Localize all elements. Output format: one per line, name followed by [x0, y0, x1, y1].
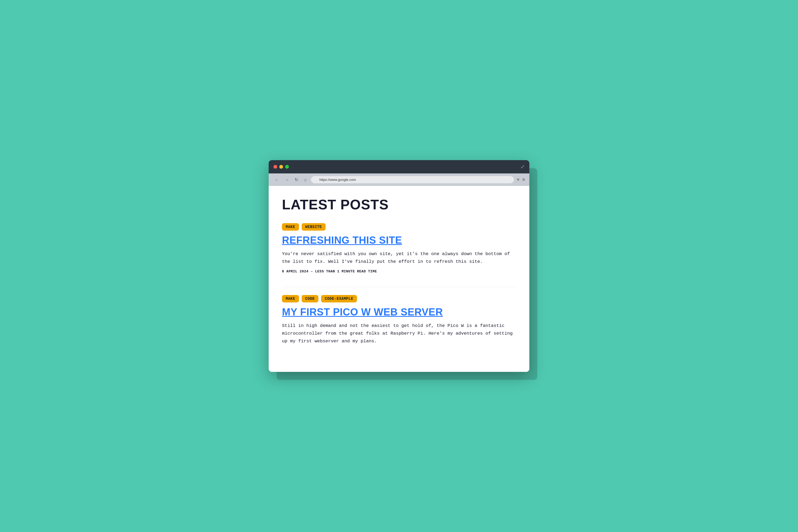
post-1-tags: MAKE WEBSITE [282, 223, 516, 231]
window-controls [273, 165, 289, 169]
address-wrapper: 🔍 [311, 176, 514, 183]
heart-icon[interactable]: ♥ [517, 177, 519, 183]
post-2-excerpt: Still in high demand and not the easiest… [282, 322, 516, 345]
nav-bar: ← → ↻ ⌂ 🔍 ♥ ≡ [269, 173, 529, 186]
page-title: LATEST POSTS [282, 196, 516, 212]
browser-window: ⤢ ← → ↻ ⌂ 🔍 ♥ ≡ LATEST POSTS MAKE WEBSIT… [269, 160, 529, 372]
post-2: MAKE CODE CODE-EXAMPLE MY FIRST PICO W W… [282, 295, 516, 345]
post-divider [282, 287, 516, 287]
expand-icon[interactable]: ⤢ [520, 164, 525, 170]
maximize-button[interactable] [285, 165, 289, 169]
post-2-tags: MAKE CODE CODE-EXAMPLE [282, 295, 516, 302]
page-content: LATEST POSTS MAKE WEBSITE REFRESHING THI… [269, 186, 529, 372]
tag-website[interactable]: WEBSITE [302, 223, 326, 231]
post-1-excerpt: You're never satisfied with you own site… [282, 250, 516, 266]
title-bar: ⤢ [269, 160, 529, 173]
refresh-button[interactable]: ↻ [293, 177, 300, 183]
post-1-title[interactable]: REFRESHING THIS SITE [282, 235, 516, 246]
tag-make-2[interactable]: MAKE [282, 295, 299, 302]
post-2-title[interactable]: MY FIRST PICO W WEB SERVER [282, 307, 516, 318]
post-1: MAKE WEBSITE REFRESHING THIS SITE You're… [282, 223, 516, 273]
tag-code[interactable]: CODE [302, 295, 319, 302]
close-button[interactable] [273, 165, 277, 169]
menu-icon[interactable]: ≡ [522, 177, 525, 183]
tag-make-1[interactable]: MAKE [282, 223, 299, 231]
tag-code-example[interactable]: CODE-EXAMPLE [321, 295, 357, 302]
address-bar[interactable] [311, 176, 514, 183]
minimize-button[interactable] [279, 165, 283, 169]
back-button[interactable]: ← [273, 177, 280, 183]
home-button[interactable]: ⌂ [302, 177, 308, 183]
post-1-meta: 8 APRIL 2024 – LESS THAN 1 MINUTE READ T… [282, 269, 516, 273]
forward-button[interactable]: → [283, 177, 290, 183]
